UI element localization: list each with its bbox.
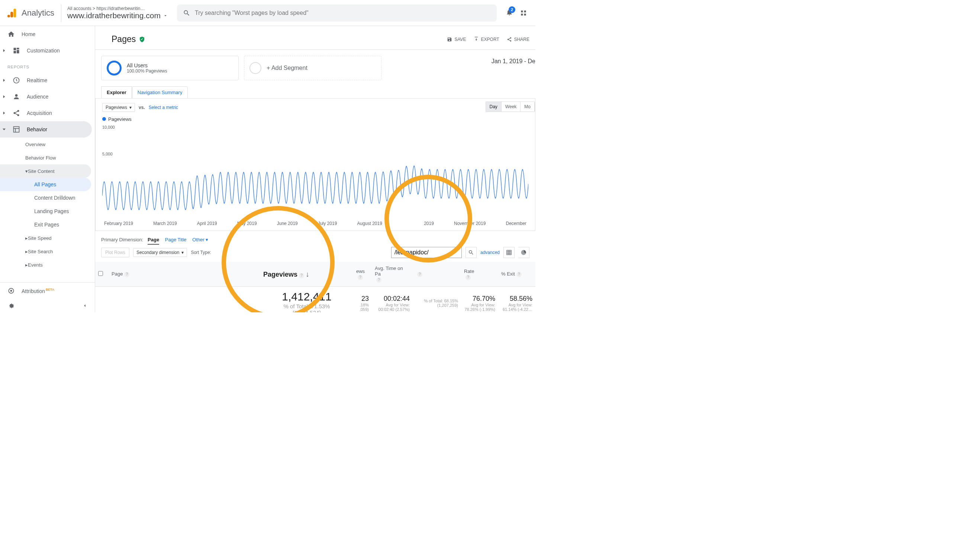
col-exit[interactable]: % Exit? [498,262,535,287]
dimension-page[interactable]: Page [147,237,159,245]
sidebar-subitem-site-search[interactable]: ▸ Site Search [0,245,95,258]
sidebar-item-customization[interactable]: Customization [0,42,92,59]
segment-title: All Users [127,62,167,69]
col-bounce-rate[interactable]: Rate? [461,262,498,287]
chevron-right-icon [2,78,7,83]
svg-rect-16 [14,127,19,132]
svg-rect-4 [524,10,526,12]
date-range[interactable]: Jan 1, 2019 - De [491,58,535,65]
tab-navigation-summary[interactable]: Navigation Summary [132,86,188,99]
svg-rect-10 [14,51,16,54]
sidebar-subitem-landing-pages[interactable]: Landing Pages [0,205,95,218]
person-icon [13,93,20,101]
app-header: Analytics All accounts > https://idrathe… [0,0,535,26]
svg-point-14 [14,112,16,114]
search-input[interactable] [195,10,491,16]
pie-chart-icon [521,250,527,256]
domain-name: www.idratherbewriting.com [67,11,168,20]
apps-grid-icon[interactable] [520,9,527,17]
export-button[interactable]: EXPORT [474,37,499,42]
col-pageviews[interactable]: Pageviews? ↓ [260,262,353,287]
col-avg-time[interactable]: Avg. Time on Pa? [372,262,413,287]
brand-name: Analytics [22,8,54,18]
sidebar-item-behavior[interactable]: Behavior [0,121,92,138]
pie-view-button[interactable] [518,247,530,258]
sidebar-subitem-behavior-flow[interactable]: Behavior Flow [0,151,95,164]
collapse-sidebar-icon[interactable] [82,303,87,308]
chart-panel: Pageviews ▾ vs. Select a metric Day Week… [95,98,535,231]
notification-count-badge: 2 [509,6,515,13]
chevron-right-icon [2,48,7,53]
save-button[interactable]: SAVE [447,37,466,42]
sidebar-nav: Home Customization REPORTS Realtime Audi… [0,26,95,312]
breadcrumb: All accounts > https://idratherbewritin… [67,6,168,11]
svg-rect-1 [10,11,13,17]
dimension-page-title[interactable]: Page Title [165,237,187,244]
table-totals-row: 1,412,411 % of Total: 71.53% (1,974,524)… [95,287,535,313]
download-icon [474,37,479,42]
time-day-button[interactable]: Day [486,102,502,112]
sidebar-subitem-all-pages[interactable]: All Pages [0,178,91,191]
time-month-button[interactable]: Mo [520,102,534,112]
select-all-checkbox[interactable] [98,271,103,276]
svg-rect-24 [507,250,511,255]
header-actions: 2 [506,8,531,18]
sidebar-item-label: AttributionBETA [22,288,54,294]
share-button[interactable]: SHARE [507,37,530,42]
sidebar-subitem-site-speed[interactable]: ▸ Site Speed [0,231,95,245]
col-page[interactable]: Page? [109,262,260,287]
search-bar[interactable] [177,5,497,22]
chevron-right-icon [2,110,7,116]
sidebar-item-label: Home [22,31,35,37]
sidebar-item-attribution[interactable]: AttributionBETA [0,283,92,299]
dimension-other[interactable]: Other ▾ [192,237,208,244]
gear-icon[interactable] [8,302,15,309]
segment-circle-icon [107,61,122,75]
sidebar-item-home[interactable]: Home [0,26,92,42]
attribution-icon [8,287,15,294]
brand-logo[interactable]: Analytics [5,4,61,22]
notifications-button[interactable]: 2 [506,8,513,18]
time-granularity-toggle: Day Week Mo [486,101,535,112]
col-entrances[interactable]: ? [413,262,461,287]
sidebar-item-realtime[interactable]: Realtime [0,72,92,88]
plot-rows-button: Plot Rows [101,248,130,257]
sidebar-item-label: Acquisition [27,110,52,116]
svg-point-2 [8,14,10,17]
svg-rect-0 [13,8,16,17]
time-week-button[interactable]: Week [502,102,520,112]
segment-all-users[interactable]: All Users 100.00% Pageviews [101,56,239,80]
clock-icon [13,77,20,84]
chart-legend: Pageviews [102,117,528,122]
empty-circle-icon [250,62,261,74]
add-segment-button[interactable]: + Add Segment [244,56,381,80]
layout-icon [13,126,20,133]
y-axis-5000: 5,000 [102,152,528,156]
metric-selector[interactable]: Pageviews ▾ [102,103,135,112]
sidebar-item-acquisition[interactable]: Acquisition [0,105,92,121]
analytics-logo-icon [8,8,18,18]
line-chart [102,156,528,219]
sidebar-subitem-overview[interactable]: Overview [0,138,95,151]
total-pageviews: 1,412,411 [263,290,350,303]
search-icon [183,9,190,17]
table-filter-input[interactable] [391,247,462,258]
tab-explorer[interactable]: Explorer [101,86,132,99]
advanced-filter-link[interactable]: advanced [480,250,500,255]
account-selector[interactable]: All accounts > https://idratherbewritin…… [67,6,168,20]
sidebar-subitem-content-drilldown[interactable]: Content Drilldown [0,191,95,205]
svg-point-22 [507,39,509,40]
svg-point-12 [15,94,18,97]
sidebar-subitem-exit-pages[interactable]: Exit Pages [0,218,95,231]
table-view-button[interactable] [503,247,515,258]
primary-dimension-row: Primary Dimension: Page Page Title Other… [95,237,535,242]
filter-search-button[interactable] [466,247,477,258]
sidebar-subitem-events[interactable]: ▸ Events [0,258,95,272]
secondary-dimension-select[interactable]: Secondary dimension ▾ [133,248,187,257]
chevron-right-icon [2,94,7,99]
select-metric-link[interactable]: Select a metric [149,105,178,110]
col-unique-pageviews[interactable]: ews? [353,262,372,287]
sidebar-item-audience[interactable]: Audience [0,88,92,105]
sidebar-subitem-site-content[interactable]: ▾ Site Content [0,164,91,178]
reports-section-label: REPORTS [0,59,95,72]
